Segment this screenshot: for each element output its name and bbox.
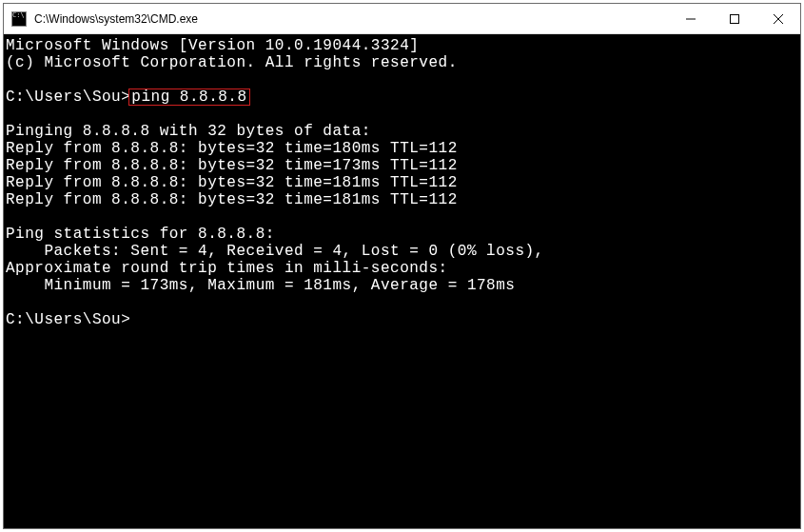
cmd-window: C:\Windows\system32\CMD.exe Microsoft Wi… [3, 3, 801, 529]
ping-stats-header: Ping statistics for 8.8.8.8: [6, 226, 275, 243]
prompt-2: C:\Users\Sou> [6, 311, 130, 328]
window-controls [669, 4, 800, 33]
ping-stats-rtt: Minimum = 173ms, Maximum = 181ms, Averag… [6, 277, 515, 294]
ping-stats-packets: Packets: Sent = 4, Received = 4, Lost = … [6, 243, 544, 260]
console-output[interactable]: Microsoft Windows [Version 10.0.19044.33… [4, 34, 800, 528]
ping-stats-rtt-header: Approximate round trip times in milli-se… [6, 260, 448, 277]
ms-header-line-2: (c) Microsoft Corporation. All rights re… [6, 54, 458, 71]
maximize-button[interactable] [713, 4, 756, 33]
close-button[interactable] [756, 4, 800, 33]
svg-rect-0 [731, 14, 739, 23]
minimize-button[interactable] [669, 4, 713, 33]
ping-reply: Reply from 8.8.8.8: bytes=32 time=181ms … [6, 191, 458, 208]
highlighted-command: ping 8.8.8.8 [128, 89, 249, 106]
ping-header: Pinging 8.8.8.8 with 32 bytes of data: [6, 123, 371, 140]
ms-header-line-1: Microsoft Windows [Version 10.0.19044.33… [6, 37, 419, 54]
titlebar[interactable]: C:\Windows\system32\CMD.exe [4, 4, 800, 34]
cmd-icon [11, 11, 27, 27]
ping-reply: Reply from 8.8.8.8: bytes=32 time=180ms … [6, 140, 458, 157]
ping-reply: Reply from 8.8.8.8: bytes=32 time=181ms … [6, 174, 458, 191]
ping-reply: Reply from 8.8.8.8: bytes=32 time=173ms … [6, 157, 458, 174]
prompt-1-path: C:\Users\Sou> [6, 89, 130, 106]
window-title: C:\Windows\system32\CMD.exe [34, 12, 669, 26]
